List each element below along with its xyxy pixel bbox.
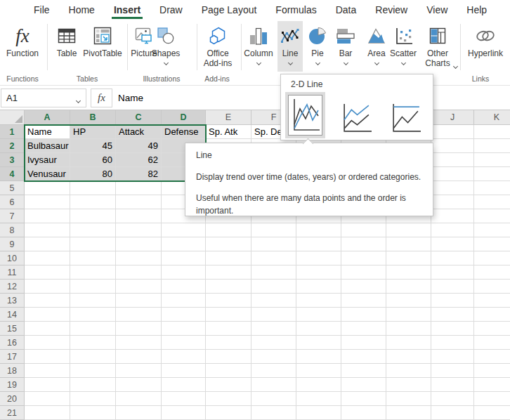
cell-A3[interactable]: Ivysaur	[25, 153, 70, 167]
cell-A10[interactable]	[25, 251, 70, 265]
ribbon-button-function[interactable]: fx Function	[0, 21, 47, 72]
column-header-K[interactable]: K	[474, 110, 510, 125]
cell-C3[interactable]: 62	[116, 153, 162, 167]
cell-D12[interactable]	[162, 280, 206, 294]
ribbon-button-line-chart[interactable]: Line	[277, 21, 303, 72]
menu-tab-draw[interactable]: Draw	[159, 1, 183, 18]
ribbon-button-bar-chart[interactable]: Bar	[332, 21, 360, 72]
cell-C11[interactable]	[116, 265, 162, 280]
cell-D1[interactable]: Defense	[162, 125, 206, 139]
cell-H19[interactable]	[341, 378, 386, 392]
cell-C6[interactable]	[116, 195, 162, 209]
cell-B15[interactable]	[70, 322, 116, 336]
cell-F18[interactable]	[251, 364, 296, 378]
cell-F11[interactable]	[251, 265, 296, 280]
cell-G10[interactable]	[296, 251, 341, 265]
ribbon-button-pivottable[interactable]: PivotTable	[81, 21, 124, 72]
cell-C5[interactable]	[116, 181, 162, 195]
cell-H11[interactable]	[341, 265, 386, 280]
cell-I20[interactable]	[386, 392, 431, 406]
row-header-2[interactable]: 2	[0, 139, 25, 153]
cell-F9[interactable]	[251, 237, 296, 251]
cell-G12[interactable]	[296, 280, 341, 294]
cell-B4[interactable]: 80	[70, 167, 116, 181]
cell-J8[interactable]	[431, 223, 474, 237]
ribbon-button-hyperlink[interactable]: Hyperlink	[464, 21, 506, 72]
cell-C14[interactable]	[116, 308, 162, 322]
cell-A8[interactable]	[25, 223, 70, 237]
cell-H17[interactable]	[341, 350, 386, 364]
cell-F14[interactable]	[251, 308, 296, 322]
cell-H10[interactable]	[341, 251, 386, 265]
cell-C20[interactable]	[116, 392, 162, 406]
cell-F13[interactable]	[251, 294, 296, 308]
cell-H9[interactable]	[341, 237, 386, 251]
cell-D9[interactable]	[162, 237, 206, 251]
cell-E10[interactable]	[206, 251, 251, 265]
cell-C16[interactable]	[116, 336, 162, 350]
row-header-7[interactable]: 7	[0, 209, 25, 223]
cell-B17[interactable]	[70, 350, 116, 364]
cell-K3[interactable]	[474, 153, 510, 167]
cell-G9[interactable]	[296, 237, 341, 251]
row-header-17[interactable]: 17	[0, 350, 25, 364]
cell-C13[interactable]	[116, 294, 162, 308]
cell-E15[interactable]	[206, 322, 251, 336]
cell-A19[interactable]	[25, 378, 70, 392]
row-header-13[interactable]: 13	[0, 294, 25, 308]
cell-A2[interactable]: Bulbasaur	[25, 139, 70, 153]
row-header-12[interactable]: 12	[0, 280, 25, 294]
cell-B19[interactable]	[70, 378, 116, 392]
menu-tab-formulas[interactable]: Formulas	[275, 1, 316, 18]
cell-E11[interactable]	[206, 265, 251, 280]
cell-B13[interactable]	[70, 294, 116, 308]
cell-J15[interactable]	[431, 322, 474, 336]
cell-I12[interactable]	[386, 280, 431, 294]
cell-C7[interactable]	[116, 209, 162, 223]
option-stacked-line[interactable]	[340, 101, 373, 134]
cell-D10[interactable]	[162, 251, 206, 265]
cell-K1[interactable]	[474, 125, 510, 139]
cell-F10[interactable]	[251, 251, 296, 265]
cell-E18[interactable]	[206, 364, 251, 378]
cell-K7[interactable]	[474, 209, 510, 223]
ribbon-button-office-add-ins[interactable]: Office Add-ins	[199, 21, 237, 72]
cell-B21[interactable]	[70, 406, 116, 420]
cell-J19[interactable]	[431, 378, 474, 392]
menu-tab-review[interactable]: Review	[375, 1, 407, 18]
cell-G11[interactable]	[296, 265, 341, 280]
cell-G14[interactable]	[296, 308, 341, 322]
cell-K2[interactable]	[474, 139, 510, 153]
cell-J17[interactable]	[431, 350, 474, 364]
cell-J9[interactable]	[431, 237, 474, 251]
cell-C10[interactable]	[116, 251, 162, 265]
row-header-21[interactable]: 21	[0, 406, 25, 420]
option-100-stacked-line[interactable]	[389, 101, 422, 134]
cell-J1[interactable]	[431, 125, 474, 139]
cell-G16[interactable]	[296, 336, 341, 350]
column-header-E[interactable]: E	[206, 110, 251, 125]
cell-F16[interactable]	[251, 336, 296, 350]
cell-A11[interactable]	[25, 265, 70, 280]
cell-A9[interactable]	[25, 237, 70, 251]
cell-C19[interactable]	[116, 378, 162, 392]
cell-D18[interactable]	[162, 364, 206, 378]
ribbon-button-column-chart[interactable]: Column	[242, 21, 275, 72]
cell-J4[interactable]	[431, 167, 474, 181]
cell-B20[interactable]	[70, 392, 116, 406]
cell-E20[interactable]	[206, 392, 251, 406]
cell-K20[interactable]	[474, 392, 510, 406]
cell-A13[interactable]	[25, 294, 70, 308]
cell-J6[interactable]	[431, 195, 474, 209]
cell-C18[interactable]	[116, 364, 162, 378]
cell-K14[interactable]	[474, 308, 510, 322]
cell-J12[interactable]	[431, 280, 474, 294]
cell-G19[interactable]	[296, 378, 341, 392]
menu-tab-view[interactable]: View	[426, 1, 447, 18]
cell-J10[interactable]	[431, 251, 474, 265]
cell-C21[interactable]	[116, 406, 162, 420]
cell-F21[interactable]	[251, 406, 296, 420]
cell-C1[interactable]: Attack	[116, 125, 162, 139]
row-header-8[interactable]: 8	[0, 223, 25, 237]
cell-K9[interactable]	[474, 237, 510, 251]
